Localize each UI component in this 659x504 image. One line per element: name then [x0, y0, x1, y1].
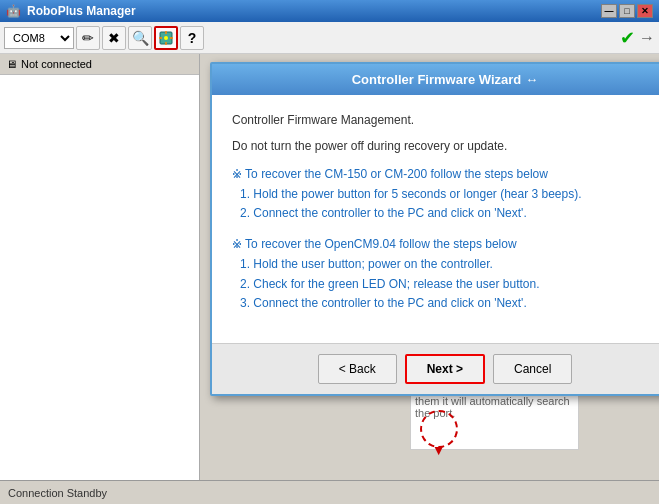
- close-button[interactable]: ✕: [637, 4, 653, 18]
- x-button[interactable]: ✖: [102, 26, 126, 50]
- pencil-button[interactable]: ✏: [76, 26, 100, 50]
- right-panel: them it will automatically search the po…: [200, 54, 659, 480]
- recovery-section-2: ※ To recover the OpenCM9.04 follow the s…: [232, 237, 658, 313]
- main-area: 🖥 Not connected them it: [0, 54, 659, 480]
- wizard-footer: < Back Next > Cancel: [212, 343, 659, 394]
- wizard-title-icon: ↔: [525, 72, 538, 87]
- wizard-warning: Do not turn the power off during recover…: [232, 137, 658, 155]
- minimize-button[interactable]: —: [601, 4, 617, 18]
- app-title: RoboPlus Manager: [27, 4, 136, 18]
- recovery-title-1: ※ To recover the CM-150 or CM-200 follow…: [232, 167, 658, 181]
- status-bar: Connection Standby: [0, 480, 659, 504]
- connection-header: 🖥 Not connected: [0, 54, 199, 75]
- wizard-intro: Controller Firmware Management.: [232, 111, 658, 129]
- title-bar-left: 🤖 RoboPlus Manager: [6, 4, 136, 18]
- toolbar: COM8 COM1 COM2 ✏ ✖ 🔍 ? ✔ →: [0, 22, 659, 54]
- step-1-1: 1. Hold the power button for 5 seconds o…: [240, 185, 658, 204]
- wizard-title: Controller Firmware Wizard ↔: [212, 64, 659, 95]
- recovery-title-2: ※ To recover the OpenCM9.04 follow the s…: [232, 237, 658, 251]
- recovery-section-1: ※ To recover the CM-150 or CM-200 follow…: [232, 167, 658, 223]
- help-button[interactable]: ?: [180, 26, 204, 50]
- connection-label: Not connected: [21, 58, 92, 70]
- svg-point-1: [164, 36, 168, 40]
- wizard-body: Controller Firmware Management. Do not t…: [212, 95, 659, 343]
- step-2-1: 1. Hold the user button; power on the co…: [240, 255, 658, 274]
- toolbar-right: ✔ →: [620, 27, 655, 49]
- cancel-button[interactable]: Cancel: [493, 354, 572, 384]
- step-1-2: 2. Connect the controller to the PC and …: [240, 204, 658, 223]
- arrow-down-icon: ▼: [432, 442, 446, 458]
- recovery-steps-2: 1. Hold the user button; power on the co…: [232, 255, 658, 313]
- step-2-2: 2. Check for the green LED ON; release t…: [240, 275, 658, 294]
- wizard-dialog: Controller Firmware Wizard ↔ Controller …: [210, 62, 659, 396]
- wizard-title-text: Controller Firmware Wizard: [352, 72, 522, 87]
- back-button[interactable]: < Back: [318, 354, 397, 384]
- title-controls: — □ ✕: [601, 4, 653, 18]
- toolbar-left: COM8 COM1 COM2 ✏ ✖ 🔍 ?: [4, 26, 204, 50]
- port-select[interactable]: COM8 COM1 COM2: [4, 27, 74, 49]
- firmware-icon: [158, 30, 174, 46]
- device-icon: 🖥: [6, 58, 17, 70]
- left-panel: 🖥 Not connected: [0, 54, 200, 480]
- dashed-circle: ▼: [420, 410, 458, 448]
- recovery-steps-1: 1. Hold the power button for 5 seconds o…: [232, 185, 658, 223]
- step-2-3: 3. Connect the controller to the PC and …: [240, 294, 658, 313]
- app-icon: 🤖: [6, 4, 21, 18]
- check-icon: ✔: [620, 27, 635, 49]
- maximize-button[interactable]: □: [619, 4, 635, 18]
- title-bar: 🤖 RoboPlus Manager — □ ✕: [0, 0, 659, 22]
- next-button[interactable]: Next >: [405, 354, 485, 384]
- status-text: Connection Standby: [8, 487, 107, 499]
- arrow-icon: →: [639, 29, 655, 47]
- firmware-button[interactable]: [154, 26, 178, 50]
- dashed-arrow-indicator: ▼: [420, 410, 458, 448]
- search-button[interactable]: 🔍: [128, 26, 152, 50]
